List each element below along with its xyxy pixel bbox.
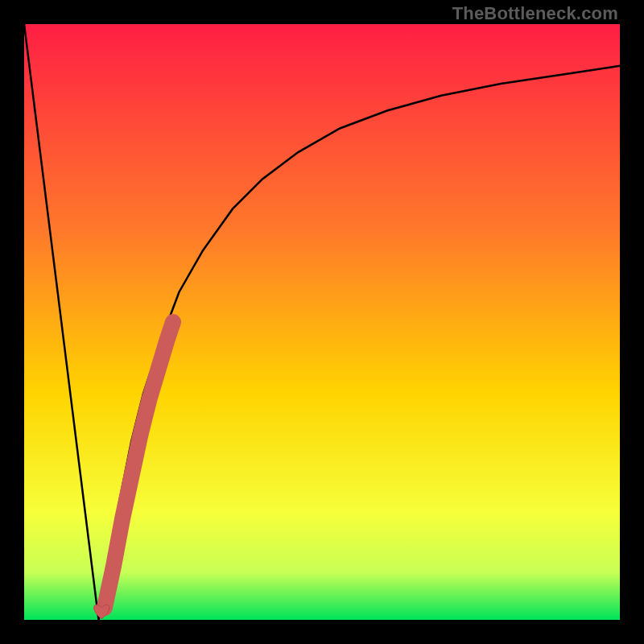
watermark-label: TheBottleneck.com <box>452 3 618 24</box>
bottleneck-curve-chart <box>24 24 620 620</box>
plot-area <box>24 24 620 620</box>
chart-frame: TheBottleneck.com <box>0 0 644 644</box>
